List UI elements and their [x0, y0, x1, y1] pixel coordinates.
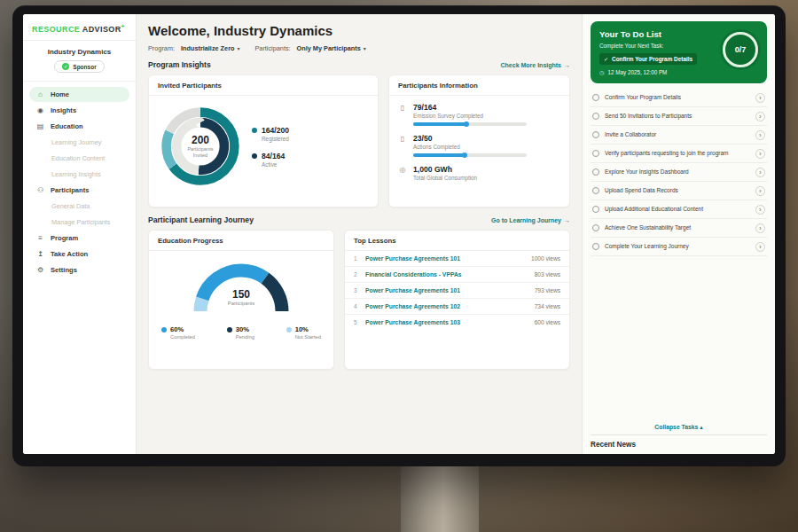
- sidebar-item-label: General Data: [51, 202, 90, 210]
- insights-cards-row: Invited Participants 200 Participants In…: [148, 74, 570, 207]
- education-icon: ▤: [35, 122, 45, 130]
- sidebar-item-label: Home: [51, 90, 69, 98]
- task-row[interactable]: Invite a Collaborator ›: [591, 126, 767, 145]
- caret-up-icon: ▴: [700, 424, 702, 430]
- task-checkbox[interactable]: [592, 206, 599, 213]
- sidebar-item-label: Education Content: [51, 154, 105, 162]
- section-title: Participant Learning Journey: [148, 215, 254, 224]
- donut-center-label: Participants Invited: [182, 146, 219, 159]
- card-title: Education Progress: [149, 231, 333, 251]
- sidebar-item-label: Learning Journey: [51, 138, 101, 146]
- legend-dot: [161, 327, 167, 332]
- recent-news-header: Recent News: [591, 434, 767, 449]
- task-checkbox[interactable]: [592, 131, 599, 138]
- settings-icon: ⚙: [35, 266, 45, 274]
- task-chevron-icon: ›: [755, 242, 765, 252]
- insights-icon: ◉: [35, 106, 45, 114]
- gauge-legend: 60% Completed 30% Pending 10% Not Starte…: [156, 318, 326, 340]
- task-row[interactable]: Explore Your Insights Dashboard ›: [591, 163, 767, 182]
- section-title: Program Insights: [148, 60, 211, 69]
- task-checkbox[interactable]: [592, 224, 599, 231]
- task-chevron-icon: ›: [755, 112, 765, 121]
- education-gauge: 150 Participants: [188, 256, 294, 318]
- program-select-value: Industrialize Zero: [181, 44, 234, 52]
- lesson-row[interactable]: 5 Power Purchase Agreements 103 600 view…: [345, 315, 569, 330]
- task-row[interactable]: Verify participants requesting to join t…: [591, 145, 767, 163]
- next-task-chip[interactable]: ✓ Confirm Your Program Details: [599, 53, 697, 65]
- education-progress-card: Education Progress 150 Participants: [148, 230, 334, 370]
- legend-dot: [252, 128, 257, 133]
- chevron-down-icon: ▾: [237, 45, 239, 51]
- sponsor-badge[interactable]: ✓ Sponsor: [54, 60, 104, 73]
- todo-progress-ring: 0/7: [723, 32, 758, 67]
- lesson-row[interactable]: 3 Power Purchase Agreements 101 793 view…: [345, 283, 569, 299]
- task-row[interactable]: Send 50 Invitations to Participants ›: [591, 107, 767, 126]
- task-row[interactable]: Achieve One Sustainability Target ›: [591, 219, 767, 238]
- info-row-survey: ▯ 79/164 Emission Survey Completed: [398, 103, 560, 126]
- sidebar-item-label: Settings: [51, 266, 77, 274]
- task-chevron-icon: ›: [755, 93, 765, 103]
- participants-icon: ⚇: [35, 186, 45, 194]
- task-checkbox[interactable]: [592, 113, 599, 120]
- task-checkbox[interactable]: [592, 243, 599, 250]
- sidebar-item-program[interactable]: ≡ Program: [29, 231, 129, 246]
- sidebar-item-label: Take Action: [51, 250, 88, 258]
- sidebar-item-learning-insights[interactable]: Learning Insights: [29, 167, 129, 182]
- sidebar-item-insights[interactable]: ◉ Insights: [29, 103, 129, 118]
- sidebar-item-label: Manage Participants: [51, 218, 111, 226]
- sidebar-item-learning-journey[interactable]: Learning Journey: [29, 135, 129, 150]
- task-chevron-icon: ›: [755, 130, 765, 140]
- take-action-icon: ↥: [35, 250, 45, 258]
- sidebar-item-take-action[interactable]: ↥ Take Action: [29, 246, 129, 262]
- gauge-center: 150 Participants: [188, 288, 294, 306]
- education-gauge-chart: [188, 256, 294, 318]
- task-chevron-icon: ›: [755, 186, 765, 196]
- info-row-actions: ▯ 23/50 Actions Completed: [398, 134, 560, 157]
- sidebar-item-general-data[interactable]: General Data: [29, 199, 129, 214]
- sidebar-item-settings[interactable]: ⚙ Settings: [29, 262, 129, 278]
- sidebar-item-manage-participants[interactable]: Manage Participants: [29, 215, 129, 230]
- sidebar-item-education[interactable]: ▤ Education: [29, 119, 129, 134]
- logo-resource: RESOURCE: [32, 25, 80, 34]
- org-name: Industry Dynamics: [28, 48, 130, 56]
- lesson-row[interactable]: 2 Financial Considerations - VPPAs 803 v…: [345, 267, 569, 283]
- task-checkbox[interactable]: [592, 168, 599, 176]
- donut-legend: 164/200 Registered 84/164 Active: [252, 126, 289, 168]
- task-row[interactable]: Confirm Your Program Details ›: [591, 89, 767, 107]
- card-title: Top Lessons: [345, 231, 569, 251]
- monitor-bezel: RESOURCE ADVISOR+ Industry Dynamics ✓ Sp…: [12, 5, 786, 466]
- task-row[interactable]: Upload Spend Data Records ›: [591, 182, 767, 200]
- sidebar-nav: ⌂ Home ◉ Insights ▤ Education Learning J…: [23, 82, 136, 283]
- donut-center: 200 Participants Invited: [158, 104, 243, 189]
- chevron-down-icon: ▾: [364, 45, 366, 51]
- lesson-row[interactable]: 1 Power Purchase Agreements 101 1000 vie…: [345, 251, 569, 267]
- task-chevron-icon: ›: [755, 205, 765, 215]
- sidebar-item-home[interactable]: ⌂ Home: [29, 87, 129, 102]
- sidebar-item-label: Program: [51, 234, 78, 242]
- sidebar: RESOURCE ADVISOR+ Industry Dynamics ✓ Sp…: [23, 14, 137, 454]
- program-select[interactable]: Industrialize Zero ▾: [181, 44, 239, 52]
- collapse-tasks-link[interactable]: Collapse Tasks ▴: [591, 419, 767, 434]
- task-checkbox[interactable]: [592, 187, 599, 194]
- task-checkbox[interactable]: [592, 150, 599, 157]
- legend-dot: [286, 327, 292, 332]
- sidebar-item-participants[interactable]: ⚇ Participants: [29, 183, 129, 198]
- task-row[interactable]: Upload Additional Educational Content ›: [591, 200, 767, 219]
- arrow-right-icon: →: [564, 217, 570, 223]
- desk-background: RESOURCE ADVISOR+ Industry Dynamics ✓ Sp…: [0, 0, 798, 532]
- task-checkbox[interactable]: [592, 94, 599, 101]
- invited-donut: 200 Participants Invited: [158, 104, 243, 189]
- org-section: Industry Dynamics ✓ Sponsor: [23, 41, 136, 82]
- actions-icon: ▯: [398, 135, 407, 143]
- lesson-row[interactable]: 4 Power Purchase Agreements 102 734 view…: [345, 299, 569, 315]
- go-to-learning-journey-link[interactable]: Go to Learning Journey →: [491, 217, 570, 223]
- consumption-icon: ◎: [398, 166, 407, 174]
- legend-dot: [227, 327, 232, 332]
- check-more-insights-link[interactable]: Check More Insights →: [501, 62, 570, 68]
- task-row[interactable]: Complete Your Learning Journey ›: [591, 238, 767, 256]
- participants-select[interactable]: Only My Participants ▾: [297, 44, 366, 52]
- card-title: Participants Information: [389, 75, 569, 96]
- learning-cards-row: Education Progress 150 Participants: [148, 230, 570, 370]
- sidebar-item-education-content[interactable]: Education Content: [29, 151, 129, 166]
- filter-bar: Program: Industrialize Zero ▾ Participan…: [148, 44, 570, 52]
